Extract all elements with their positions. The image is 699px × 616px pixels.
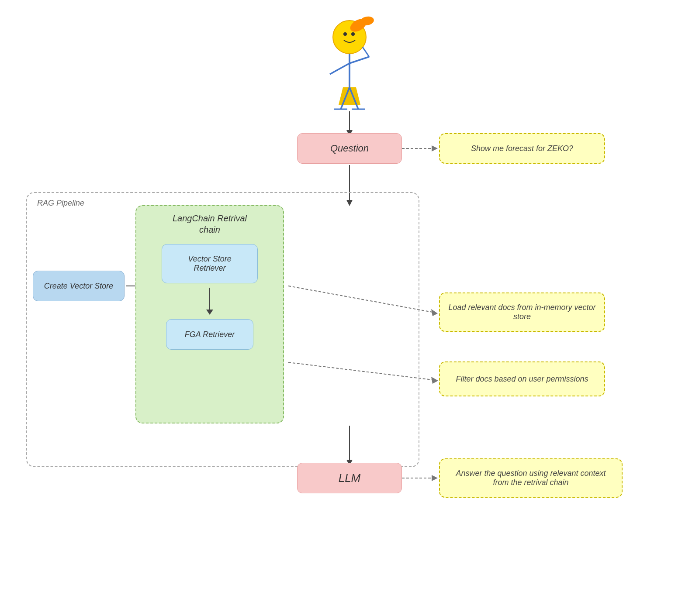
- llm-annotation: Answer the question using relevant conte…: [439, 458, 623, 498]
- svg-marker-25: [431, 309, 438, 316]
- langchain-box: LangChain Retrivalchain Vector StoreRetr…: [135, 205, 284, 423]
- diagram: Question RAG Pipeline Create Vector Stor…: [0, 0, 699, 616]
- vsr-annotation-text: Load relevant docs from in-memory vector…: [448, 303, 596, 321]
- fga-annotation-text: Filter docs based on user permissions: [456, 375, 588, 384]
- fga-retriever-box: FGA Retriever: [166, 319, 253, 350]
- svg-marker-9: [339, 87, 360, 105]
- svg-line-7: [350, 57, 369, 63]
- llm-label: LLM: [339, 471, 361, 485]
- svg-line-11: [350, 87, 358, 109]
- svg-point-1: [343, 32, 347, 36]
- fga-label: FGA Retriever: [185, 330, 235, 339]
- svg-marker-27: [431, 377, 438, 384]
- svg-line-6: [330, 63, 350, 74]
- question-box: Question: [297, 133, 402, 164]
- llm-box: LLM: [297, 463, 402, 493]
- svg-point-0: [333, 21, 366, 54]
- svg-point-3: [348, 17, 369, 34]
- create-vector-store-label: Create Vector Store: [44, 282, 113, 291]
- vsr-label: Vector StoreRetriever: [188, 255, 231, 273]
- question-annotation-text: Show me forecast for ZEKO?: [471, 144, 573, 153]
- fga-annotation: Filter docs based on user permissions: [439, 361, 605, 396]
- vector-store-retriever-box: Vector StoreRetriever: [162, 244, 258, 283]
- vsr-annotation: Load relevant docs from in-memory vector…: [439, 293, 605, 332]
- inner-arrow-line: [209, 288, 210, 310]
- question-label: Question: [330, 143, 369, 154]
- svg-point-4: [360, 15, 375, 26]
- question-annotation: Show me forecast for ZEKO?: [439, 133, 605, 164]
- create-vector-store-box: Create Vector Store: [33, 271, 125, 301]
- svg-line-10: [341, 87, 350, 109]
- svg-point-2: [351, 32, 355, 36]
- svg-marker-31: [432, 475, 438, 481]
- langchain-label: LangChain Retrivalchain: [173, 213, 247, 235]
- svg-line-8: [363, 47, 369, 57]
- svg-marker-19: [432, 145, 438, 151]
- llm-annotation-text: Answer the question using relevant conte…: [448, 469, 614, 487]
- inner-arrow-head: [206, 310, 213, 315]
- inner-arrow: [206, 288, 213, 315]
- rag-pipeline-label: RAG Pipeline: [37, 199, 84, 208]
